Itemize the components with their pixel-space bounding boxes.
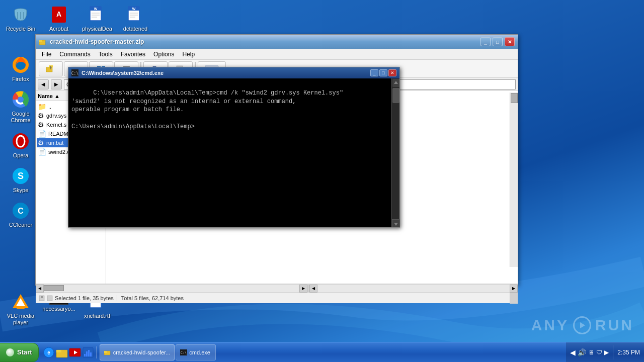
hscroll-left-btn[interactable]: ◀ [36,285,44,293]
taskbar: Start e cracked-hwid- [0,342,644,362]
quicklaunch-folder[interactable] [56,346,68,358]
tray-arrow-icon[interactable]: ◀ [570,348,576,356]
desktop-icon-vlc[interactable]: VLC media player [3,290,39,328]
cmd-scroll-up[interactable] [392,79,399,87]
tray-shield-icon[interactable]: 🛡 [596,349,602,356]
explorer-close-button[interactable]: ✕ [505,37,515,46]
status-left-text: Selected 1 file, 35 bytes [55,295,114,301]
cmd-maximize-button[interactable]: □ [379,69,387,76]
necessary-label: necessaryo... [42,306,75,312]
anyrun-text: ANY [531,317,569,334]
explorer-statusbar: Selected 1 file, 35 bytes Total 5 files,… [36,292,518,303]
gdrv-icon: ⚙ [38,112,44,120]
opera-icon [11,131,31,151]
swind2-label: swind2.e [48,149,70,155]
menu-options[interactable]: Options [149,50,178,59]
desktop: Recycle Bin A Acrobat W [0,0,644,362]
quicklaunch-ie[interactable]: e [43,346,55,358]
desktop-icon-dctatened[interactable]: W dctatened [117,3,153,34]
menu-commands[interactable]: Commands [55,50,94,59]
taskbar-items: e cracked-hwid-spoofer... C:\ cmd.e [39,342,567,362]
explorer-menubar: File Commands Tools Favorites Options He… [36,49,518,60]
cmd-scroll-thumb[interactable] [392,88,399,103]
hscroll-thumb-left[interactable] [44,285,64,291]
nav-forward-button[interactable]: ▶ [51,79,62,89]
svg-point-22 [18,97,24,103]
desktop-icon-ccleaner[interactable]: C CCleaner [3,199,39,230]
v-scrollbar[interactable] [510,93,518,267]
ccleaner-icon: C [11,201,31,221]
skype-label: Skype [13,187,29,194]
scrollbar-row: ◀ ▶ ◀ ▶ [36,284,518,292]
hscroll2-left-btn[interactable]: ◀ [309,285,317,293]
explorer-minimize-button[interactable]: _ [480,37,491,46]
tray-media-icon[interactable]: ▶ [604,349,609,356]
nav-back-button[interactable]: ◀ [38,79,49,89]
hscroll-track-left[interactable] [44,285,299,292]
svg-marker-63 [394,81,398,84]
svg-marker-37 [580,322,585,328]
desktop-icon-skype[interactable]: S Skype [3,164,39,196]
svg-rect-74 [88,350,90,356]
hscroll-track-right[interactable] [317,285,510,292]
explorer-window-title: cracked-hwid-spoofer-master.zip [50,38,478,45]
cmd-scrollbar[interactable] [391,78,399,227]
readme-icon: 📄 [38,130,46,138]
menu-tools[interactable]: Tools [95,50,117,59]
explorer-maximize-button[interactable]: □ [493,37,503,46]
status-resize-grip [510,293,518,304]
taskbar-cmd-item[interactable]: C:\ cmd.exe [176,344,216,360]
tray-sound-icon[interactable]: 🔊 [578,348,586,356]
skype-icon: S [11,166,31,186]
taskbar-explorer-item[interactable]: cracked-hwid-spoofer... [100,344,175,360]
cmd-minimize-button[interactable]: _ [370,69,378,76]
quicklaunch-taskmanager[interactable] [82,346,94,358]
explorer-window-icon [39,38,46,45]
menu-file[interactable]: File [38,50,55,59]
desktop-icon-opera[interactable]: Opera [3,129,39,161]
desktop-icon-google-chrome[interactable]: Google Chrome [3,87,39,126]
taskbar-cmd-icon: C:\ [180,349,187,355]
quicklaunch-media[interactable] [69,346,81,358]
svg-text:e: e [47,350,50,355]
tray-clock[interactable]: 2:35 PM [617,349,640,356]
hscroll-right-btn[interactable]: ▶ [299,285,307,293]
cmd-close-button[interactable]: ✕ [388,69,396,76]
runbat-icon: ⚙ [38,139,44,147]
svg-rect-40 [46,67,52,72]
desktop-icon-acrobat[interactable]: A Acrobat [41,3,77,34]
svg-rect-77 [104,351,107,353]
opera-label: Opera [13,152,29,159]
start-orb [6,348,14,356]
acrobat-label: Acrobat [49,26,68,32]
kernel-label: Kernel.s [46,122,66,128]
gdrv-label: gdrv.sys [46,113,66,119]
desktop-icon-physical-dea[interactable]: W physicalDea [79,3,115,34]
svg-rect-72 [84,354,86,356]
hscroll2-right-btn[interactable]: ▶ [510,285,518,293]
status-zip-icon [39,295,45,301]
google-chrome-icon [11,89,31,110]
svg-text:S: S [18,171,24,181]
desktop-icon-recycle-bin[interactable]: Recycle Bin [3,3,39,34]
menu-favorites[interactable]: Favorites [117,50,149,59]
vlc-icon [11,292,31,312]
anyrun-watermark: ANY RUN [531,316,634,334]
menu-help[interactable]: Help [178,50,199,59]
cmd-window-title: C:\Windows\system32\cmd.exe [82,70,369,76]
cmd-content: C:\Users\admin\AppData\Local\Temp>cmd /k… [68,78,399,227]
dctatened-icon: W [125,5,145,25]
desktop-icon-firefox[interactable]: Firefox [3,53,39,84]
ccleaner-label: CCleaner [9,222,32,228]
svg-text:A: A [56,10,61,18]
system-tray: ◀ 🔊 🖥 🛡 ▶ 2:35 PM [566,342,644,362]
start-button[interactable]: Start [0,343,39,362]
anyrun-run-text: RUN [595,317,634,334]
parent-folder-label: .. [48,104,51,110]
svg-marker-64 [394,223,398,226]
cmd-scroll-down[interactable] [392,219,400,227]
v-scrollbar-thumb[interactable] [511,93,518,103]
toolbar-folder-up[interactable] [39,61,63,76]
taskbar-explorer-icon [104,349,111,355]
tray-network-icon[interactable]: 🖥 [588,349,594,356]
